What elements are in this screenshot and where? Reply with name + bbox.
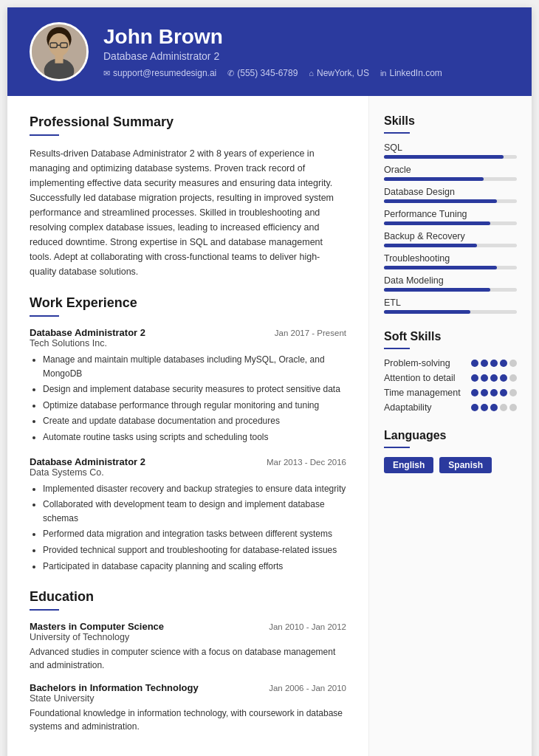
- skill-fill: [384, 266, 497, 269]
- skill-item: Backup & Recovery: [384, 231, 517, 247]
- main-column: Professional Summary Results-driven Data…: [7, 96, 369, 756]
- summary-text: Results-driven Database Administrator 2 …: [30, 146, 346, 279]
- dot-filled: [490, 389, 498, 396]
- soft-skill-item: Adaptability: [384, 402, 517, 413]
- skill-bar: [384, 221, 517, 225]
- soft-skill-item: Time management: [384, 388, 517, 398]
- skill-bar: [384, 310, 517, 314]
- edu-header: Masters in Computer Science Jan 2010 - J…: [30, 621, 346, 632]
- skill-name: ETL: [384, 298, 517, 308]
- soft-skills-title: Soft Skills: [384, 330, 517, 343]
- dot-filled: [500, 360, 507, 367]
- skill-name: Data Modeling: [384, 275, 517, 286]
- dot-filled: [481, 389, 488, 396]
- skill-fill: [384, 155, 504, 159]
- bullet: Implemented disaster recovery and backup…: [43, 482, 346, 496]
- languages-section: Languages EnglishSpanish: [384, 429, 517, 473]
- job-entry: Database Administrator 2 Mar 2013 - Dec …: [30, 456, 346, 574]
- work-divider: [30, 315, 59, 317]
- contact-location: ⌂ NewYork, US: [309, 68, 369, 78]
- skill-bar: [384, 288, 517, 292]
- dot-filled: [490, 360, 498, 367]
- summary-title: Professional Summary: [30, 114, 346, 130]
- dots: [471, 404, 517, 411]
- skill-fill: [384, 288, 490, 292]
- skill-bar: [384, 266, 517, 269]
- job-bullets: Implemented disaster recovery and backup…: [30, 482, 346, 574]
- education-entry: Bachelors in Information Technology Jan …: [30, 682, 346, 733]
- dot-filled: [490, 374, 498, 382]
- linkedin-icon: in: [380, 69, 387, 78]
- dots: [471, 374, 517, 382]
- header-info: John Brown Database Administrator 2 ✉ su…: [103, 25, 509, 78]
- soft-skills-divider: [384, 348, 410, 349]
- location-text: NewYork, US: [317, 68, 369, 78]
- dot-empty: [509, 389, 517, 396]
- bullet: Automate routine tasks using scripts and…: [43, 430, 346, 444]
- email-icon: ✉: [103, 69, 110, 78]
- bullet: Manage and maintain multiple databases i…: [43, 353, 346, 380]
- job-company: Data Systems Co.: [30, 467, 346, 478]
- job-bullets: Manage and maintain multiple databases i…: [30, 353, 346, 444]
- edu-container: Masters in Computer Science Jan 2010 - J…: [30, 621, 346, 733]
- dot-filled: [481, 404, 488, 411]
- skills-container: SQL Oracle Database Design Performance T…: [384, 142, 517, 314]
- languages-divider: [384, 447, 410, 448]
- skill-item: ETL: [384, 298, 517, 314]
- skill-name: Performance Tuning: [384, 209, 517, 219]
- job-header: Database Administrator 2 Mar 2013 - Dec …: [30, 456, 346, 467]
- summary-section: Professional Summary Results-driven Data…: [30, 114, 346, 279]
- edu-desc: Advanced studies in computer science wit…: [30, 645, 346, 672]
- dot-filled: [471, 360, 478, 367]
- education-entry: Masters in Computer Science Jan 2010 - J…: [30, 621, 346, 672]
- skill-item: SQL: [384, 142, 517, 159]
- skill-item: Troubleshooting: [384, 253, 517, 269]
- header-name: John Brown: [103, 25, 509, 49]
- contact-email: ✉ support@resumedesign.ai: [103, 68, 216, 78]
- bullet: Collaborated with development team to de…: [43, 498, 346, 525]
- soft-skill-item: Attention to detail: [384, 373, 517, 383]
- bullet: Optimize database performance through re…: [43, 399, 346, 413]
- skill-bar: [384, 244, 517, 247]
- skill-name: SQL: [384, 142, 517, 153]
- job-company: Tech Solutions Inc.: [30, 338, 346, 348]
- soft-skill-name: Adaptability: [384, 402, 471, 413]
- dot-filled: [481, 360, 488, 367]
- dot-empty: [500, 404, 507, 411]
- linkedin-text: LinkedIn.com: [389, 68, 442, 78]
- job-title: Database Administrator 2: [30, 327, 145, 338]
- jobs-container: Database Administrator 2 Jan 2017 - Pres…: [30, 327, 346, 573]
- skill-bar: [384, 177, 517, 181]
- dots: [471, 360, 517, 367]
- edu-degree: Masters in Computer Science: [30, 621, 164, 632]
- sidebar: Skills SQL Oracle Database Design Perfor…: [369, 96, 532, 756]
- languages-title: Languages: [384, 429, 517, 442]
- job-dates: Mar 2013 - Dec 2016: [267, 458, 346, 467]
- skills-section: Skills SQL Oracle Database Design Perfor…: [384, 114, 517, 314]
- skill-fill: [384, 244, 477, 247]
- education-section: Education Masters in Computer Science Ja…: [30, 589, 346, 733]
- education-divider: [30, 609, 59, 611]
- bullet: Performed data migration and integration…: [43, 527, 346, 541]
- dot-filled: [481, 374, 488, 382]
- header: John Brown Database Administrator 2 ✉ su…: [7, 7, 532, 96]
- phone-icon: ✆: [227, 69, 234, 78]
- bullet: Create and update database documentation…: [43, 414, 346, 428]
- dot-empty: [509, 360, 517, 367]
- edu-header: Bachelors in Information Technology Jan …: [30, 682, 346, 693]
- education-title: Education: [30, 589, 346, 605]
- skill-name: Database Design: [384, 187, 517, 197]
- bullet: Participated in database capacity planni…: [43, 560, 346, 574]
- soft-skills-container: Problem-solving Attention to detail Time…: [384, 358, 517, 413]
- skill-name: Backup & Recovery: [384, 231, 517, 241]
- soft-skill-name: Attention to detail: [384, 373, 471, 383]
- contact-linkedin: in LinkedIn.com: [380, 68, 442, 78]
- dot-empty: [509, 374, 517, 382]
- body: Professional Summary Results-driven Data…: [7, 96, 532, 756]
- dots: [471, 389, 517, 396]
- language-tag: Spanish: [439, 457, 492, 473]
- skill-fill: [384, 177, 484, 181]
- header-title: Database Administrator 2: [103, 50, 509, 62]
- job-entry: Database Administrator 2 Jan 2017 - Pres…: [30, 327, 346, 444]
- soft-skills-section: Soft Skills Problem-solving Attention to…: [384, 330, 517, 413]
